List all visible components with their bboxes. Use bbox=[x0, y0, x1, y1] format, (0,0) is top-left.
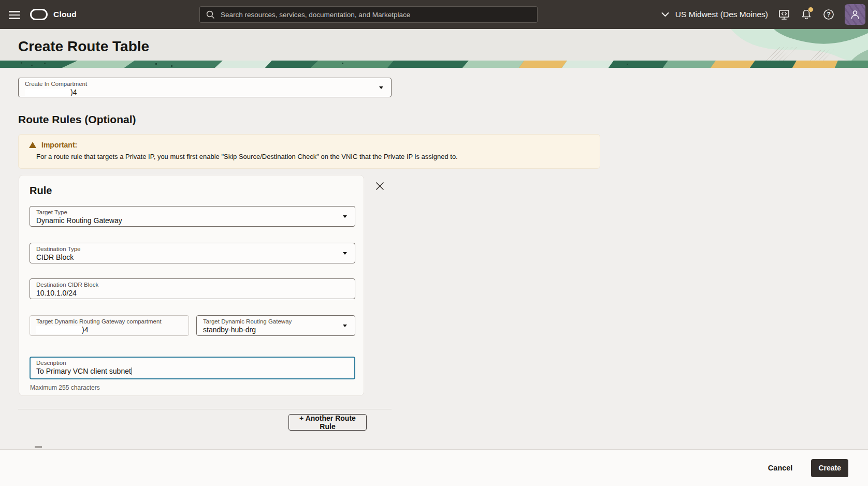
destination-type-label: Destination Type bbox=[36, 245, 349, 253]
dropdown-caret-icon bbox=[343, 252, 347, 255]
action-footer: Cancel Create bbox=[0, 449, 868, 486]
close-icon bbox=[375, 182, 384, 190]
route-rules-section-title: Route Rules (Optional) bbox=[18, 113, 136, 126]
global-search-bar[interactable] bbox=[199, 6, 538, 23]
person-icon bbox=[849, 9, 861, 20]
help-icon[interactable]: ? bbox=[822, 8, 835, 21]
description-helper-text: Maximum 255 characters bbox=[30, 384, 100, 391]
oracle-logo-icon bbox=[30, 9, 48, 20]
dropdown-caret-icon bbox=[343, 325, 347, 327]
cancel-button[interactable]: Cancel bbox=[768, 464, 793, 472]
drg-compartment-label: Target Dynamic Routing Gateway compartme… bbox=[36, 318, 182, 325]
cloud-shell-icon[interactable] bbox=[778, 8, 790, 21]
region-label: US Midwest (Des Moines) bbox=[675, 10, 768, 19]
destination-cidr-input[interactable]: Destination CIDR Block 10.10.1.0/24 bbox=[30, 278, 355, 299]
destination-cidr-value: 10.10.1.0/24 bbox=[36, 288, 349, 298]
chevron-down-icon bbox=[661, 12, 669, 17]
search-icon bbox=[206, 10, 215, 19]
description-input[interactable]: Description To Primary VCN client subnet bbox=[30, 357, 355, 379]
compartment-label: Create In Compartment bbox=[25, 80, 385, 87]
destination-type-value: CIDR Block bbox=[36, 253, 349, 262]
description-value: To Primary VCN client subnet bbox=[36, 366, 131, 376]
dropdown-caret-icon bbox=[379, 86, 383, 89]
drg-compartment-value: )4 bbox=[82, 325, 88, 334]
compartment-value: )4 bbox=[70, 87, 77, 97]
create-in-compartment-select[interactable]: Create In Compartment )4 bbox=[18, 78, 392, 97]
hamburger-menu-icon[interactable] bbox=[9, 9, 20, 20]
svg-text:?: ? bbox=[827, 11, 831, 18]
dropdown-caret-icon bbox=[343, 215, 347, 218]
description-label: Description bbox=[36, 359, 349, 366]
brand-logo[interactable]: Cloud bbox=[30, 0, 77, 29]
search-input[interactable] bbox=[220, 10, 531, 19]
another-route-rule-button[interactable]: + Another Route Rule bbox=[288, 414, 367, 431]
brand-label: Cloud bbox=[53, 10, 77, 19]
target-type-value: Dynamic Routing Gateway bbox=[36, 216, 349, 225]
destination-type-select[interactable]: Destination Type CIDR Block bbox=[30, 243, 355, 263]
notifications-bell-icon[interactable] bbox=[800, 8, 813, 21]
top-navigation-bar: Cloud US Midwest (Des Moines) bbox=[0, 0, 868, 29]
route-rule-card: Rule Target Type Dynamic Routing Gateway… bbox=[19, 175, 364, 396]
drg-compartment-select[interactable]: Target Dynamic Routing Gateway compartme… bbox=[30, 315, 189, 336]
target-type-label: Target Type bbox=[36, 209, 349, 216]
partially-scrolled-element bbox=[35, 446, 42, 448]
target-drg-value: standby-hub-drg bbox=[203, 325, 349, 334]
redacted-compartment-name bbox=[25, 89, 70, 96]
user-avatar[interactable] bbox=[845, 4, 865, 25]
page-title: Create Route Table bbox=[18, 38, 149, 55]
remove-rule-button[interactable] bbox=[372, 178, 387, 194]
banner-pattern-strip bbox=[0, 61, 868, 68]
target-drg-label: Target Dynamic Routing Gateway bbox=[203, 318, 349, 325]
warning-title: Important: bbox=[41, 141, 77, 149]
region-selector[interactable]: US Midwest (Des Moines) bbox=[661, 10, 768, 19]
text-cursor bbox=[132, 367, 132, 375]
target-drg-select[interactable]: Target Dynamic Routing Gateway standby-h… bbox=[196, 315, 355, 336]
rule-card-title: Rule bbox=[30, 185, 52, 197]
create-route-table-screen: Cloud US Midwest (Des Moines) bbox=[0, 0, 868, 486]
notification-badge bbox=[808, 7, 814, 12]
target-type-select[interactable]: Target Type Dynamic Routing Gateway bbox=[30, 206, 355, 227]
warning-triangle-icon bbox=[29, 142, 36, 148]
create-button[interactable]: Create bbox=[811, 459, 848, 477]
redacted-compartment-name bbox=[36, 326, 82, 334]
destination-cidr-label: Destination CIDR Block bbox=[36, 281, 349, 288]
page-title-banner: Create Route Table bbox=[0, 29, 868, 68]
header-actions: US Midwest (Des Moines) bbox=[661, 0, 865, 29]
warning-body-text: For a route rule that targets a Private … bbox=[36, 153, 589, 160]
section-divider bbox=[18, 409, 392, 409]
important-warning-box: Important: For a route rule that targets… bbox=[18, 134, 600, 169]
